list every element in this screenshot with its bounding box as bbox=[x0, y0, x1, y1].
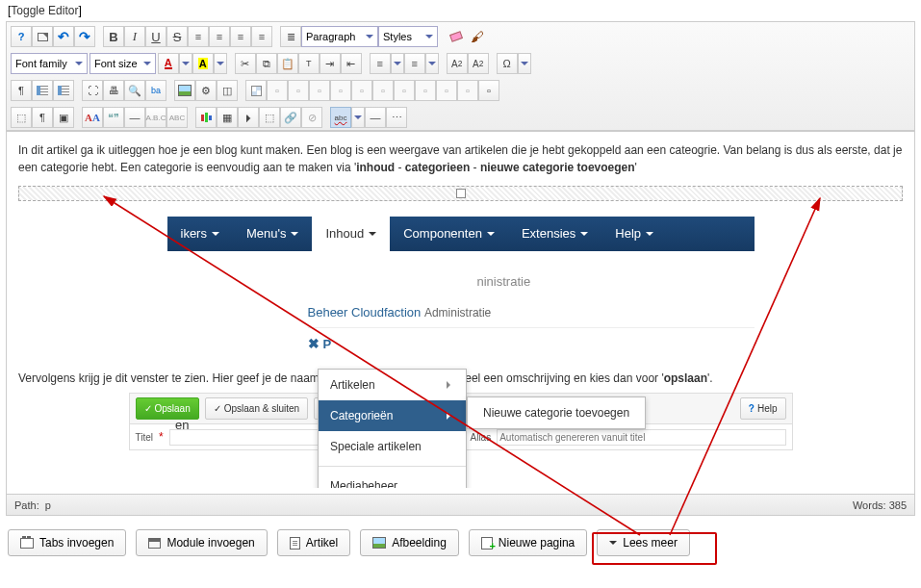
hr-icon[interactable]: — bbox=[124, 107, 145, 128]
table-cell-props-icon[interactable]: ▫ bbox=[457, 80, 478, 101]
align-justify-icon[interactable]: ≡ bbox=[251, 26, 272, 47]
image-props-icon[interactable]: ⚙ bbox=[195, 80, 217, 101]
table-split-icon[interactable]: ▫ bbox=[415, 80, 436, 101]
strikethrough-button[interactable]: S bbox=[166, 26, 188, 47]
table-delete-row-icon[interactable]: ▫ bbox=[309, 80, 330, 101]
text-color-dropdown[interactable] bbox=[179, 53, 192, 74]
show-blocks-icon[interactable]: ⬚ bbox=[11, 107, 32, 128]
remove-format-icon[interactable]: ABC bbox=[166, 107, 188, 128]
embedded-save-button[interactable]: ✓Opslaan bbox=[136, 397, 199, 420]
table-row-after-icon[interactable]: ▫ bbox=[288, 80, 309, 101]
toggle-editor-link[interactable]: Toggle Editor bbox=[0, 0, 921, 21]
admin-link[interactable]: Beheer Cloudfaction bbox=[308, 305, 422, 320]
tabs-invoegen-button[interactable]: Tabs invoegen bbox=[8, 529, 126, 556]
spellcheck-icon[interactable]: abc bbox=[330, 107, 351, 128]
link-icon[interactable]: 🔗 bbox=[280, 107, 301, 128]
nieuwe-pagina-button[interactable]: Nieuwe pagina bbox=[469, 529, 587, 556]
text-color-icon[interactable]: A bbox=[158, 53, 179, 74]
table-merge-icon[interactable]: ▫ bbox=[394, 80, 415, 101]
subscript-icon[interactable]: A2 bbox=[447, 53, 468, 74]
embedded-save-close-button[interactable]: ✓Opslaan & sluiten bbox=[205, 397, 308, 420]
task-icon[interactable] bbox=[32, 80, 53, 101]
submenu-speciale[interactable]: Speciale artikelen bbox=[319, 431, 466, 462]
nav-inhoud[interactable]: Inhoud bbox=[312, 217, 390, 251]
list-icon[interactable]: ≣ bbox=[280, 26, 301, 47]
image-icon[interactable] bbox=[174, 80, 195, 101]
nav-componenten[interactable]: Componenten bbox=[390, 217, 508, 251]
media-icon[interactable]: ▦ bbox=[217, 107, 238, 128]
table-row-before-icon[interactable]: ▫ bbox=[267, 80, 288, 101]
editor-content[interactable]: In dit artikel ga ik uitleggen hoe je ee… bbox=[7, 132, 914, 488]
format-paragraph-select[interactable]: Paragraph bbox=[301, 26, 378, 47]
align-right-icon[interactable]: ≡ bbox=[230, 26, 251, 47]
table-delete-icon[interactable]: ▫ bbox=[478, 80, 499, 101]
abc-icon[interactable]: A.B.C bbox=[145, 107, 166, 128]
italic-button[interactable]: I bbox=[124, 26, 145, 47]
bullet-list-icon[interactable]: ≡ bbox=[404, 53, 425, 74]
cut-icon[interactable]: ✂ bbox=[235, 53, 256, 74]
style-a-icon[interactable]: AA bbox=[82, 107, 103, 128]
nav-users[interactable]: ikers bbox=[167, 217, 233, 251]
table-delete-col-icon[interactable]: ▫ bbox=[372, 80, 394, 101]
afbeelding-button[interactable]: Afbeelding bbox=[360, 529, 459, 556]
table-col-after-icon[interactable]: ▫ bbox=[351, 80, 372, 101]
embed-icon[interactable]: ⬚ bbox=[259, 107, 280, 128]
paste-text-icon[interactable]: T bbox=[298, 53, 320, 74]
align-center-icon[interactable]: ≡ bbox=[209, 26, 230, 47]
flash-icon[interactable]: ⏵ bbox=[238, 107, 259, 128]
help-icon[interactable]: ? bbox=[11, 26, 32, 47]
readmore-toolbar-icon[interactable]: — bbox=[365, 107, 386, 128]
underline-button[interactable]: U bbox=[145, 26, 166, 47]
nav-help[interactable]: Help bbox=[601, 217, 667, 251]
numlist-dropdown[interactable] bbox=[391, 53, 404, 74]
format-styles-select[interactable]: Styles bbox=[378, 26, 438, 47]
table-props-icon[interactable]: ▫ bbox=[436, 80, 457, 101]
submenu-categorieen[interactable]: Categorieën bbox=[319, 400, 466, 431]
spellcheck-dropdown[interactable] bbox=[351, 107, 365, 128]
cleanup-icon[interactable]: 🖌 bbox=[467, 26, 488, 47]
crop-icon[interactable]: ◫ bbox=[217, 80, 238, 101]
redo-icon[interactable]: ↷ bbox=[74, 26, 95, 47]
background-color-dropdown[interactable] bbox=[214, 53, 227, 74]
submenu-artikelen[interactable]: Artikelen bbox=[319, 370, 466, 400]
font-family-select[interactable]: Font family bbox=[11, 53, 88, 74]
new-document-icon[interactable] bbox=[32, 26, 53, 47]
unlink-icon[interactable]: ⊘ bbox=[301, 107, 322, 128]
eraser-icon[interactable] bbox=[446, 26, 467, 47]
table-col-before-icon[interactable]: ▫ bbox=[330, 80, 351, 101]
quote-icon[interactable]: ❝❞ bbox=[103, 107, 124, 128]
undo-icon[interactable]: ↶ bbox=[53, 26, 74, 47]
outdent-icon[interactable]: ⇤ bbox=[341, 53, 362, 74]
pagebreak-toolbar-icon[interactable]: ⋯ bbox=[386, 107, 407, 128]
artikel-button[interactable]: Artikel bbox=[277, 529, 350, 556]
fullscreen-icon[interactable]: ⛶ bbox=[82, 80, 103, 101]
align-left-icon[interactable]: ≡ bbox=[188, 26, 209, 47]
print-icon[interactable]: 🖶 bbox=[103, 80, 124, 101]
module-invoegen-button[interactable]: Module invoegen bbox=[136, 529, 267, 556]
lees-meer-button[interactable]: Lees meer bbox=[597, 529, 690, 556]
alias-input[interactable] bbox=[497, 429, 785, 446]
find-icon[interactable]: 🔍 bbox=[124, 80, 145, 101]
copy-icon[interactable]: ⧉ bbox=[256, 53, 277, 74]
para2-icon[interactable]: ¶ bbox=[32, 107, 53, 128]
chart-icon[interactable] bbox=[195, 107, 217, 128]
table-icon[interactable] bbox=[245, 80, 267, 101]
superscript-icon[interactable]: A2 bbox=[468, 53, 489, 74]
background-color-icon[interactable]: A bbox=[192, 53, 214, 74]
bold-button[interactable]: B bbox=[103, 26, 124, 47]
nav-menus[interactable]: Menu's bbox=[233, 217, 313, 251]
embedded-help-button[interactable]: ?Help bbox=[740, 397, 786, 420]
replace-icon[interactable]: ba bbox=[145, 80, 166, 101]
para-icon[interactable]: ¶ bbox=[11, 80, 32, 101]
layer-icon[interactable]: ▣ bbox=[53, 107, 74, 128]
submenu-media[interactable]: Mediabeheer bbox=[319, 471, 466, 488]
indent-icon[interactable]: ⇥ bbox=[320, 53, 341, 74]
task2-icon[interactable] bbox=[53, 80, 74, 101]
paste-icon[interactable]: 📋 bbox=[277, 53, 298, 74]
font-size-select[interactable]: Font size bbox=[90, 53, 156, 74]
nav-extensies[interactable]: Extensies bbox=[508, 217, 601, 251]
special-char-icon[interactable]: Ω bbox=[497, 53, 518, 74]
submenu-flyout-nieuwe-categorie[interactable]: Nieuwe categorie toevoegen bbox=[467, 396, 646, 429]
special-char-dropdown[interactable] bbox=[518, 53, 531, 74]
bullist-dropdown[interactable] bbox=[425, 53, 439, 74]
